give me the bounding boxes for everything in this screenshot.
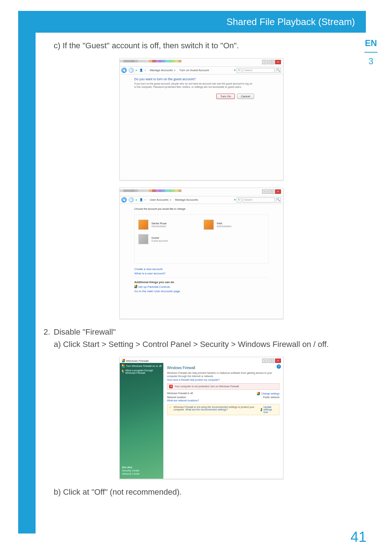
sidebar-link-allow[interactable]: Allow a program through Windows Firewall (122, 369, 163, 374)
manual-page: Shared File Playback (Stream) EN 3 c) If… (0, 0, 392, 556)
titlebar: – □ × (120, 60, 283, 66)
update-settings-link[interactable]: Update settings now (261, 406, 277, 413)
see-also-heading: See also (122, 466, 161, 469)
account-item[interactable]: Santa RosaAdministrator (138, 219, 196, 230)
account-role: Administrator (217, 225, 232, 228)
network-value: Public network (263, 396, 279, 398)
refresh-button[interactable]: ↻ (237, 68, 242, 73)
warning-link[interactable]: What are the recommended settings? (185, 408, 228, 411)
close-button[interactable]: × (275, 359, 281, 363)
nav-forward-icon[interactable]: ▶ (128, 68, 134, 73)
section-title: Shared File Playback (Stream) (226, 11, 355, 33)
status-row: Windows Firewall is off. Change settings (167, 392, 279, 395)
firewall-warning: ⚠ Windows Firewall is not using the reco… (167, 404, 279, 415)
change-settings-link[interactable]: Change settings (257, 392, 279, 395)
search-icon[interactable]: 🔍 (276, 197, 281, 203)
main-accounts-link[interactable]: Go to the main User Accounts page (134, 290, 269, 293)
avatar-icon (204, 220, 214, 230)
shield-icon (134, 285, 137, 288)
account-name: Intel (217, 222, 222, 225)
additional-heading: Additional things you can do (134, 281, 269, 284)
refresh-button[interactable]: ↻ (237, 197, 242, 203)
cancel-button[interactable]: Cancel (237, 94, 254, 99)
step-2-number: 2. (44, 326, 54, 338)
status-key: Windows Firewall is off. (167, 392, 221, 395)
breadcrumb-bar: ◀ ▶ ▸ 👤 « Manage Accounts ▸ Turn on Gues… (120, 66, 283, 74)
shield-icon (122, 364, 125, 368)
search-input[interactable]: Search (243, 68, 275, 73)
alert-icon: ✕ (169, 385, 173, 388)
side-tab-divider (364, 52, 377, 53)
firewall-help-link[interactable]: How does a firewall help protect my comp… (167, 379, 283, 381)
turn-on-button[interactable]: Turn On (216, 94, 235, 99)
shield-icon (122, 359, 125, 362)
nav-back-icon[interactable]: ◀ (121, 68, 127, 73)
step-2b-text: b) Click at "Off" (not recommended). (54, 486, 359, 498)
network-locations-link[interactable]: What are network locations? (167, 399, 283, 402)
maximize-button[interactable]: □ (269, 60, 274, 64)
see-also-network[interactable]: Network Center (122, 473, 161, 475)
breadcrumb-1[interactable]: User Accounts (150, 198, 168, 201)
content-area: c) If the "Guest" account is off, then s… (44, 40, 359, 504)
titlebar-tint-color (149, 60, 181, 62)
screenshot-manage-accounts: – □ × ◀ ▶ ▸ 👤 « User Accounts ▸ Manage A… (119, 188, 283, 319)
step-c-text: c) If the "Guest" account is off, then s… (54, 40, 359, 52)
account-role: Administrator (151, 225, 167, 228)
firewall-heading: Windows Firewall (167, 366, 283, 370)
step-2a-text: a) Click Start > Setting > Control Panel… (54, 339, 359, 350)
breadcrumb-2[interactable]: Manage Accounts (175, 198, 198, 201)
maximize-button[interactable]: □ (269, 359, 274, 363)
shield-icon (261, 408, 262, 411)
guest-description: If you turn on the guest account, people… (134, 82, 254, 89)
window-buttons: – □ × (262, 359, 281, 363)
alert-text: Your computer is not protected: turn on … (175, 385, 239, 388)
network-row: Network location: Public network (167, 396, 279, 398)
window-buttons: – □ × (262, 60, 281, 64)
minimize-button[interactable]: – (262, 189, 268, 194)
shield-icon (257, 392, 260, 395)
what-is-account-link[interactable]: What is a user account? (134, 272, 269, 275)
parental-controls-link[interactable]: Set up Parental Controls (134, 285, 269, 289)
side-tab-lang: EN (360, 38, 382, 48)
shield-icon (122, 370, 124, 373)
guest-question: Do you want to turn on the guest account… (134, 77, 269, 81)
maximize-button[interactable]: □ (269, 189, 274, 194)
create-account-link[interactable]: Create a new account (134, 267, 269, 271)
firewall-desc: Windows Firewall can help prevent hacker… (167, 371, 279, 378)
warning-icon: ⚠ (169, 406, 171, 409)
close-button[interactable]: × (275, 189, 281, 194)
breadcrumb-1[interactable]: Manage Accounts (150, 69, 173, 72)
left-accent-bar (18, 11, 36, 533)
window-buttons: – □ × (262, 189, 281, 194)
minimize-button[interactable]: – (262, 359, 268, 363)
firewall-sidebar: Turn Windows Firewall on or off Allow a … (120, 363, 163, 479)
breadcrumb-2[interactable]: Turn on Guest Account (179, 69, 209, 72)
account-role: Guest account (151, 240, 168, 242)
account-item[interactable]: GuestGuest account (138, 234, 196, 245)
help-icon[interactable]: ? (277, 364, 281, 369)
network-key: Network location: (167, 396, 221, 398)
search-icon[interactable]: 🔍 (276, 68, 281, 73)
breadcrumb-bar: ◀ ▶ ▸ 👤 « User Accounts ▸ Manage Account… (120, 196, 283, 204)
firewall-alert: ✕ Your computer is not protected: turn o… (167, 383, 279, 390)
step-2-title: Disable "Firewall" (54, 326, 116, 338)
search-input[interactable]: Search (243, 197, 275, 203)
sidebar-link-toggle[interactable]: Turn Windows Firewall on or off (122, 364, 163, 368)
account-list: Santa RosaAdministrator IntelAdministrat… (134, 214, 269, 264)
see-also-security[interactable]: Security Center (122, 469, 161, 472)
nav-back-icon[interactable]: ◀ (121, 197, 127, 203)
avatar-icon (138, 234, 148, 244)
titlebar-tint-color (149, 189, 181, 192)
close-button[interactable]: × (275, 60, 281, 64)
page-number: 41 (351, 529, 367, 545)
choose-heading: Choose the account you would like to cha… (134, 208, 269, 211)
nav-forward-icon[interactable]: ▶ (128, 197, 134, 203)
account-name: Guest (151, 236, 159, 240)
minimize-button[interactable]: – (262, 60, 268, 64)
titlebar: – □ × (120, 189, 283, 196)
side-tab: EN 3 (360, 38, 382, 66)
account-item[interactable]: IntelAdministrator (204, 219, 262, 230)
window-title: Windows Firewall (126, 359, 148, 363)
top-accent-bar: Shared File Playback (Stream) (36, 11, 366, 33)
account-name: Santa Rosa (151, 222, 167, 225)
